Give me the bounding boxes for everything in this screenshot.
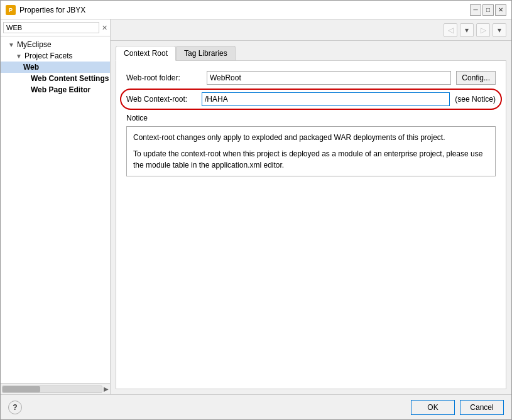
help-button[interactable]: ? xyxy=(8,401,22,414)
forward-dropdown-button[interactable]: ▾ xyxy=(493,23,506,37)
close-button[interactable]: ✕ xyxy=(495,4,506,16)
chevron-down-icon: ▼ xyxy=(16,53,22,60)
tab-content: Web-root folder: Config... Web Context-r… xyxy=(116,60,506,389)
chevron-down-icon: ▾ xyxy=(498,26,501,35)
web-context-root-row: Web Context-root: (see Notice) xyxy=(126,92,496,106)
sidebar-item-web-content-settings[interactable]: Web Content Settings xyxy=(1,73,110,84)
sidebar-filter-area: WEB ✕ xyxy=(1,19,110,36)
filter-icon: ✕ xyxy=(102,24,107,32)
sidebar-item-label: MyEclipse xyxy=(17,40,52,49)
forward-icon: ▷ xyxy=(481,26,486,35)
web-root-folder-row: Web-root folder: Config... xyxy=(126,71,496,85)
main-panel: ◁ ▾ ▷ ▾ Context Root Tag Libraries xyxy=(111,19,511,394)
config-button[interactable]: Config... xyxy=(456,71,496,85)
title-bar-controls: ─ □ ✕ xyxy=(470,4,506,16)
properties-dialog: P Properties for JBYX ─ □ ✕ WEB ✕ ▼ MyEc… xyxy=(0,0,512,420)
tabs-area: Context Root Tag Libraries xyxy=(111,41,511,60)
notice-line1: Context-root changes only apply to explo… xyxy=(133,132,489,143)
footer-left: ? xyxy=(8,401,22,414)
notice-line2: To update the context-root when this pro… xyxy=(133,148,489,171)
sidebar-item-project-facets[interactable]: ▼ Project Facets xyxy=(1,50,110,62)
see-notice-label: (see Notice) xyxy=(455,95,496,104)
sidebar-item-label: Web Content Settings xyxy=(31,74,109,83)
chevron-down-icon: ▼ xyxy=(8,41,14,48)
cancel-button[interactable]: Cancel xyxy=(460,400,504,415)
sidebar-item-myeclipse[interactable]: ▼ MyEclipse xyxy=(1,39,110,50)
window-title: Properties for JBYX xyxy=(19,6,85,14)
forward-button[interactable]: ▷ xyxy=(476,23,490,37)
sidebar-item-label: Project Facets xyxy=(25,51,73,60)
window-icon: P xyxy=(6,5,16,15)
maximize-button[interactable]: □ xyxy=(482,4,494,16)
sidebar-item-web-page-editor[interactable]: Web Page Editor xyxy=(1,84,110,95)
back-button[interactable]: ◁ xyxy=(444,23,457,37)
horizontal-scrollbar[interactable] xyxy=(2,385,102,393)
title-bar-left: P Properties for JBYX xyxy=(6,5,85,15)
tab-tag-libraries[interactable]: Tag Libraries xyxy=(176,46,236,60)
toolbar: ◁ ▾ ▷ ▾ xyxy=(111,19,511,41)
tab-label: Context Root xyxy=(124,49,168,58)
back-icon: ◁ xyxy=(448,26,454,35)
footer: ? OK Cancel xyxy=(1,394,511,419)
sidebar-tree: ▼ MyEclipse ▼ Project Facets Web Web Con… xyxy=(1,36,110,383)
sidebar-item-label: Web xyxy=(23,63,39,72)
title-bar: P Properties for JBYX ─ □ ✕ xyxy=(1,1,511,19)
content-area: WEB ✕ ▼ MyEclipse ▼ Project Facets Web W… xyxy=(1,19,511,394)
sidebar-scrollbar-area: ▶ xyxy=(1,383,110,394)
chevron-down-icon: ▾ xyxy=(465,26,469,35)
notice-title: Notice xyxy=(126,114,496,122)
sidebar-item-label: Web Page Editor xyxy=(31,85,90,94)
scrollbar-thumb xyxy=(3,386,40,392)
sidebar: WEB ✕ ▼ MyEclipse ▼ Project Facets Web W… xyxy=(1,19,111,394)
web-root-folder-label: Web-root folder: xyxy=(126,73,202,82)
web-context-root-label: Web Context-root: xyxy=(126,95,202,104)
notice-section: Notice Context-root changes only apply t… xyxy=(126,114,496,176)
notice-box: Context-root changes only apply to explo… xyxy=(126,126,496,176)
web-root-folder-input[interactable] xyxy=(207,71,451,85)
web-context-root-input[interactable] xyxy=(202,92,450,106)
minimize-button[interactable]: ─ xyxy=(470,4,481,16)
scroll-right-button[interactable]: ▶ xyxy=(104,385,109,392)
dropdown-button[interactable]: ▾ xyxy=(460,23,474,37)
sidebar-filter-input[interactable]: WEB xyxy=(3,22,99,33)
tab-label: Tag Libraries xyxy=(184,49,227,58)
sidebar-item-web[interactable]: Web xyxy=(1,62,110,73)
footer-right: OK Cancel xyxy=(411,400,504,415)
ok-button[interactable]: OK xyxy=(411,400,455,415)
tab-context-root[interactable]: Context Root xyxy=(116,46,176,61)
